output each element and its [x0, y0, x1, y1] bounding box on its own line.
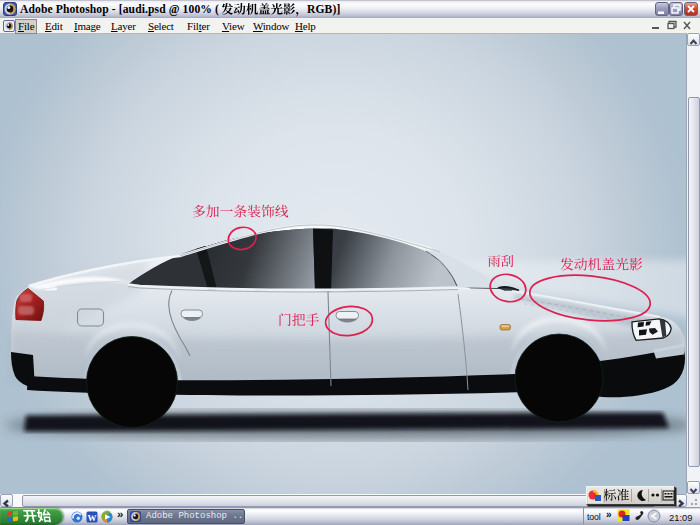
svg-text:W: W [88, 512, 97, 522]
